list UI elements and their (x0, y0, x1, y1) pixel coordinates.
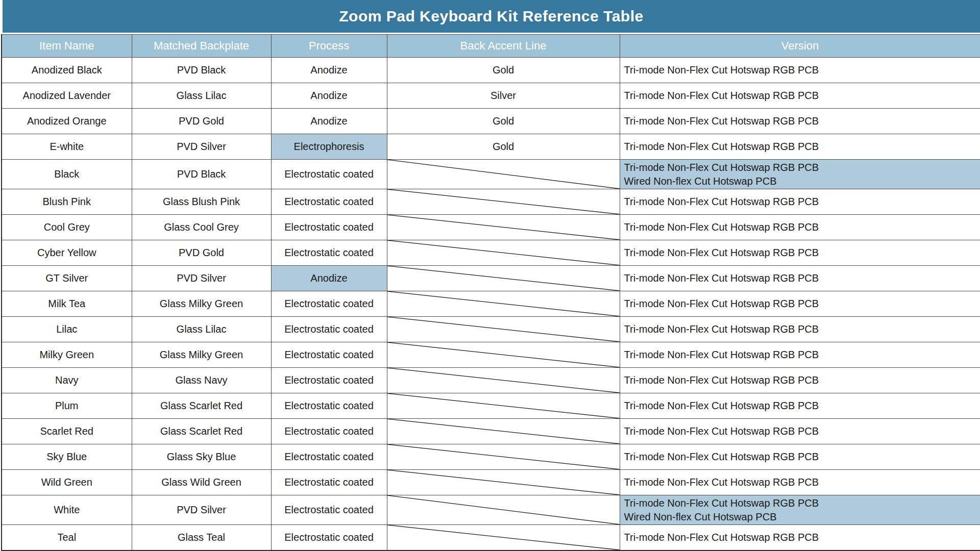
table-body: Anodized BlackPVD BlackAnodizeGoldTri-mo… (2, 58, 980, 551)
cell-matched-backplate: PVD Black (132, 160, 271, 189)
na-diagonal-line (387, 189, 620, 214)
cell-version: Tri-mode Non-Flex Cut Hotswap RGB PCB (620, 444, 980, 470)
version-line: Tri-mode Non-Flex Cut Hotswap RGB PCB (624, 246, 980, 260)
cell-process: Anodize (271, 266, 387, 291)
version-line: Tri-mode Non-Flex Cut Hotswap RGB PCB (624, 475, 980, 489)
col-header-item-name: Item Name (2, 35, 132, 58)
table-row: Anodized LavenderGlass LilacAnodizeSilve… (2, 83, 980, 109)
table-row: BlackPVD BlackElectrostatic coatedTri-mo… (2, 160, 980, 189)
na-diagonal-line (387, 368, 620, 393)
cell-item-name: Black (2, 160, 132, 189)
cell-version: Tri-mode Non-Flex Cut Hotswap RGB PCB (620, 58, 980, 83)
table-row: Anodized BlackPVD BlackAnodizeGoldTri-mo… (2, 58, 980, 83)
cell-matched-backplate: PVD Silver (132, 495, 271, 525)
version-line: Tri-mode Non-Flex Cut Hotswap RGB PCB (624, 63, 980, 77)
na-diagonal-line (387, 342, 620, 367)
cell-version: Tri-mode Non-Flex Cut Hotswap RGB PCB (620, 525, 980, 551)
version-line: Tri-mode Non-Flex Cut Hotswap RGB PCB (624, 161, 980, 174)
cell-item-name: Wild Green (2, 470, 132, 495)
na-diagonal-line (387, 215, 620, 240)
cell-matched-backplate: Glass Wild Green (132, 470, 271, 495)
cell-process: Electrostatic coated (271, 160, 387, 189)
cell-item-name: Blush Pink (2, 189, 132, 215)
cell-item-name: Anodized Lavender (2, 83, 132, 109)
cell-matched-backplate: Glass Cool Grey (132, 215, 271, 240)
table-row: Blush PinkGlass Blush PinkElectrostatic … (2, 189, 980, 215)
table-header: Item Name Matched Backplate Process Back… (2, 35, 980, 58)
cell-process: Anodize (271, 109, 387, 134)
version-line: Tri-mode Non-Flex Cut Hotswap RGB PCB (624, 450, 980, 464)
table-row: E-whitePVD SilverElectrophoresisGoldTri-… (2, 134, 980, 160)
cell-back-accent-line: Silver (387, 83, 620, 109)
cell-matched-backplate: PVD Silver (132, 134, 271, 160)
cell-process: Electrostatic coated (271, 368, 387, 393)
cell-item-name: Cyber Yellow (2, 240, 132, 266)
col-header-back-accent-line: Back Accent Line (387, 35, 620, 58)
cell-item-name: Scarlet Red (2, 419, 132, 444)
na-diagonal-line (387, 291, 620, 316)
cell-back-accent-line (387, 215, 620, 240)
na-diagonal-line (387, 444, 620, 469)
cell-process: Electrostatic coated (271, 291, 387, 317)
cell-back-accent-line (387, 240, 620, 266)
cell-version: Tri-mode Non-Flex Cut Hotswap RGB PCB (620, 317, 980, 342)
table-row: Anodized OrangePVD GoldAnodizeGoldTri-mo… (2, 109, 980, 134)
cell-back-accent-line (387, 419, 620, 444)
cell-version: Tri-mode Non-Flex Cut Hotswap RGB PCB (620, 291, 980, 317)
cell-back-accent-line: Gold (387, 134, 620, 160)
cell-item-name: White (2, 495, 132, 525)
cell-back-accent-line (387, 291, 620, 317)
cell-item-name: E-white (2, 134, 132, 160)
cell-matched-backplate: PVD Gold (132, 240, 271, 266)
cell-version: Tri-mode Non-Flex Cut Hotswap RGB PCB (620, 393, 980, 419)
table-row: LilacGlass LilacElectrostatic coatedTri-… (2, 317, 980, 342)
cell-version: Tri-mode Non-Flex Cut Hotswap RGB PCB (620, 342, 980, 368)
cell-version: Tri-mode Non-Flex Cut Hotswap RGB PCB (620, 419, 980, 444)
version-line: Tri-mode Non-Flex Cut Hotswap RGB PCB (624, 322, 980, 336)
version-line: Tri-mode Non-Flex Cut Hotswap RGB PCB (624, 496, 980, 510)
cell-version: Tri-mode Non-Flex Cut Hotswap RGB PCB (620, 134, 980, 160)
cell-back-accent-line (387, 368, 620, 393)
cell-item-name: Milky Green (2, 342, 132, 368)
cell-process: Electrostatic coated (271, 189, 387, 215)
version-line: Tri-mode Non-Flex Cut Hotswap RGB PCB (624, 373, 980, 387)
version-line: Tri-mode Non-Flex Cut Hotswap RGB PCB (624, 271, 980, 285)
cell-version: Tri-mode Non-Flex Cut Hotswap RGB PCBWir… (620, 160, 980, 189)
cell-process: Electrostatic coated (271, 215, 387, 240)
table-row: WhitePVD SilverElectrostatic coatedTri-m… (2, 495, 980, 525)
cell-back-accent-line (387, 266, 620, 291)
version-line: Wired Non-flex Cut Hotswap PCB (624, 174, 980, 188)
cell-matched-backplate: Glass Teal (132, 525, 271, 551)
na-diagonal-line (387, 470, 620, 495)
cell-matched-backplate: Glass Milky Green (132, 291, 271, 317)
cell-back-accent-line (387, 470, 620, 495)
cell-process: Electrostatic coated (271, 495, 387, 525)
page: Zoom Pad Keyboard Kit Reference Table It… (0, 0, 980, 551)
na-diagonal-line (387, 317, 620, 342)
cell-version: Tri-mode Non-Flex Cut Hotswap RGB PCB (620, 470, 980, 495)
cell-matched-backplate: Glass Scarlet Red (132, 393, 271, 419)
cell-process: Anodize (271, 58, 387, 83)
cell-process: Electrostatic coated (271, 240, 387, 266)
table-row: Sky BlueGlass Sky BlueElectrostatic coat… (2, 444, 980, 470)
cell-matched-backplate: Glass Sky Blue (132, 444, 271, 470)
cell-back-accent-line (387, 495, 620, 525)
cell-process: Electrostatic coated (271, 470, 387, 495)
cell-back-accent-line (387, 317, 620, 342)
col-header-matched-backplate: Matched Backplate (132, 35, 271, 58)
na-diagonal-line (387, 525, 620, 550)
table-row: Cool GreyGlass Cool GreyElectrostatic co… (2, 215, 980, 240)
cell-version: Tri-mode Non-Flex Cut Hotswap RGB PCB (620, 109, 980, 134)
table-row: NavyGlass NavyElectrostatic coatedTri-mo… (2, 368, 980, 393)
table-row: Wild GreenGlass Wild GreenElectrostatic … (2, 470, 980, 495)
version-line: Tri-mode Non-Flex Cut Hotswap RGB PCB (624, 348, 980, 362)
table-title-bar: Zoom Pad Keyboard Kit Reference Table (3, 0, 980, 34)
cell-process: Electrostatic coated (271, 393, 387, 419)
cell-back-accent-line: Gold (387, 58, 620, 83)
table-row: Scarlet RedGlass Scarlet RedElectrostati… (2, 419, 980, 444)
cell-process: Electrostatic coated (271, 419, 387, 444)
cell-item-name: Anodized Orange (2, 109, 132, 134)
table-row: Milk TeaGlass Milky GreenElectrostatic c… (2, 291, 980, 317)
na-diagonal-line (387, 266, 620, 291)
na-diagonal-line (387, 495, 620, 524)
